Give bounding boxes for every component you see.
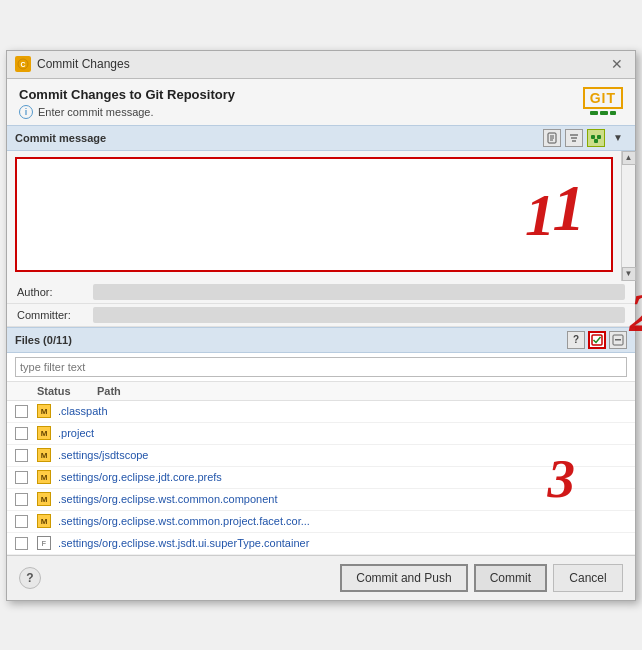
files-table-header: Status Path — [7, 382, 635, 401]
commit-msg-scrollbar[interactable]: ▲ ▼ — [621, 151, 635, 281]
commit-msg-icon2[interactable] — [565, 129, 583, 147]
header-title: Commit Changes to Git Repository — [19, 87, 235, 102]
files-list: M .classpath M .project M .settings/jsdt… — [7, 401, 635, 555]
commit-button[interactable]: Commit — [474, 564, 547, 592]
scroll-up-btn[interactable]: ▲ — [622, 151, 636, 165]
file-checkbox-2[interactable] — [15, 427, 28, 440]
title-bar: C Commit Changes ✕ — [7, 51, 635, 79]
dialog-title: Commit Changes — [37, 57, 130, 71]
header-section: Commit Changes to Git Repository i Enter… — [7, 79, 635, 125]
header-info: i Enter commit message. — [19, 105, 235, 119]
git-logo-sub — [588, 109, 618, 119]
svg-rect-14 — [594, 139, 598, 143]
table-row: F .settings/org.eclipse.wst.jsdt.ui.supe… — [7, 533, 635, 555]
bottom-bar: ? Commit and Push Commit Cancel — [7, 555, 635, 600]
commit-message-section-header: Commit message — [7, 125, 635, 151]
table-row: M .project — [7, 423, 635, 445]
table-row: M .settings/jsdtscope — [7, 445, 635, 467]
svg-rect-3 — [600, 111, 608, 115]
info-icon: i — [19, 105, 33, 119]
file-path-4: .settings/org.eclipse.jdt.core.prefs — [58, 471, 222, 483]
commit-message-label: Commit message — [15, 132, 106, 144]
files-section-header: Files (0/11) ? 2 — [7, 327, 635, 353]
file-path-5: .settings/org.eclipse.wst.common.compone… — [58, 493, 278, 505]
svg-text:C: C — [20, 61, 25, 68]
commit-message-wrapper: 1 ▲ ▼ 1 — [7, 151, 635, 281]
git-logo: GIT — [583, 87, 623, 109]
svg-rect-4 — [610, 111, 616, 115]
commit-message-icons: ▼ — [543, 129, 627, 147]
file-status-icon-2: M — [36, 426, 52, 440]
files-header-icons: ? 2 — [567, 331, 627, 349]
svg-rect-17 — [615, 339, 621, 341]
col-path-header: Path — [97, 385, 627, 397]
table-row: M .settings/org.eclipse.jdt.core.prefs — [7, 467, 635, 489]
bottom-buttons: Commit and Push Commit Cancel — [340, 564, 623, 592]
files-icon-check[interactable] — [588, 331, 606, 349]
committer-label: Committer: — [17, 309, 85, 321]
help-button[interactable]: ? — [19, 567, 41, 589]
commit-msg-expand[interactable]: ▼ — [609, 129, 627, 147]
filter-row — [7, 353, 635, 382]
files-label: Files (0/11) — [15, 334, 72, 346]
file-checkbox-5[interactable] — [15, 493, 28, 506]
table-row: M .settings/org.eclipse.wst.common.proje… — [7, 511, 635, 533]
file-checkbox-1[interactable] — [15, 405, 28, 418]
file-path-3: .settings/jsdtscope — [58, 449, 149, 461]
author-row: Author: — [7, 281, 635, 304]
svg-rect-2 — [590, 111, 598, 115]
commit-dialog: C Commit Changes ✕ Commit Changes to Git… — [6, 50, 636, 601]
file-status-icon-3: M — [36, 448, 52, 462]
header-left: Commit Changes to Git Repository i Enter… — [19, 87, 235, 119]
author-value — [93, 284, 625, 300]
scroll-down-btn[interactable]: ▼ — [622, 267, 636, 281]
file-path-6: .settings/org.eclipse.wst.common.project… — [58, 515, 310, 527]
file-path-1: .classpath — [58, 405, 108, 417]
file-checkbox-3[interactable] — [15, 449, 28, 462]
close-button[interactable]: ✕ — [607, 55, 627, 73]
file-status-icon-6: M — [36, 514, 52, 528]
committer-value — [93, 307, 625, 323]
filter-input[interactable] — [15, 357, 627, 377]
svg-rect-13 — [597, 135, 601, 139]
git-logo-container: GIT — [583, 87, 623, 119]
file-checkbox-7[interactable] — [15, 537, 28, 550]
file-status-icon-4: M — [36, 470, 52, 484]
title-bar-left: C Commit Changes — [15, 56, 130, 72]
dialog-icon: C — [15, 56, 31, 72]
table-row: M .settings/org.eclipse.wst.common.compo… — [7, 489, 635, 511]
svg-rect-15 — [592, 335, 602, 345]
files-icon-help[interactable]: ? — [567, 331, 585, 349]
file-status-icon-1: M — [36, 404, 52, 418]
svg-rect-12 — [591, 135, 595, 139]
file-checkbox-6[interactable] — [15, 515, 28, 528]
commit-message-input[interactable] — [15, 157, 613, 272]
committer-row: Committer: — [7, 304, 635, 327]
commit-msg-icon3[interactable] — [587, 129, 605, 147]
file-path-2: .project — [58, 427, 94, 439]
table-row: M .classpath — [7, 401, 635, 423]
commit-msg-icon1[interactable] — [543, 129, 561, 147]
file-path-7: .settings/org.eclipse.wst.jsdt.ui.superT… — [58, 537, 309, 549]
file-status-icon-5: M — [36, 492, 52, 506]
author-label: Author: — [17, 286, 85, 298]
file-status-icon-7: F — [36, 536, 52, 550]
file-checkbox-4[interactable] — [15, 471, 28, 484]
cancel-button[interactable]: Cancel — [553, 564, 623, 592]
header-info-text: Enter commit message. — [38, 106, 154, 118]
commit-message-inner: 1 — [7, 151, 621, 281]
commit-and-push-button[interactable]: Commit and Push — [340, 564, 467, 592]
files-icon-expand[interactable] — [609, 331, 627, 349]
col-status-header: Status — [37, 385, 97, 397]
files-section-wrapper: Files (0/11) ? 2 — [7, 327, 635, 555]
